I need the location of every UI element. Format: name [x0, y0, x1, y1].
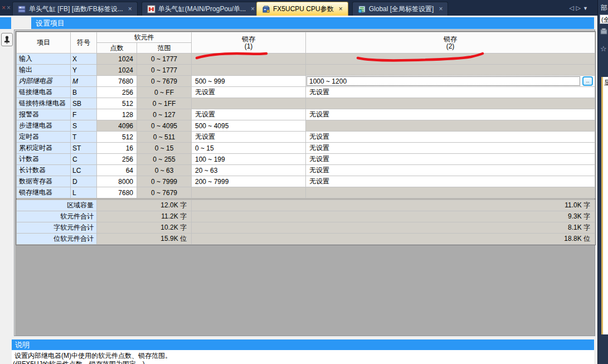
tab-cpu-parameter[interactable]: FX5UCPU CPU参数 ×: [256, 2, 348, 16]
panel-tab-display[interactable]: 显: [603, 77, 608, 87]
tab-global-labels[interactable]: Global [全局标签设置] ×: [352, 2, 449, 16]
points-cell: 1024: [97, 65, 137, 76]
points-cell[interactable]: 256: [97, 154, 137, 165]
device-symbol-cell: X: [71, 54, 97, 65]
points-cell[interactable]: 7680: [97, 76, 137, 87]
pin-panel-button[interactable]: [1, 33, 13, 46]
tab-list-dropdown-icon[interactable]: ▼: [583, 6, 590, 11]
latch1-cell[interactable]: 无设置: [192, 87, 306, 98]
device-name-cell: 链接特殊继电器: [17, 98, 71, 109]
latch2-cell[interactable]: 无设置: [306, 132, 595, 143]
latch2-cell[interactable]: 无设置: [306, 176, 595, 187]
latch1-cell[interactable]: 20 ~ 63: [192, 165, 306, 176]
summary-label-cell: 位软元件合计: [17, 234, 97, 245]
tab-scroll-right-icon[interactable]: ▷: [576, 4, 583, 11]
device-symbol-cell: D: [71, 176, 97, 187]
tab-fb-label-settings[interactable]: 单头气缸 [FB] [函数/FB标签设... ×: [12, 2, 138, 16]
device-name-cell: 链接继电器: [17, 87, 71, 98]
note-section-title: 说明: [12, 339, 594, 350]
points-cell[interactable]: 512: [97, 132, 137, 143]
tab-close-icon[interactable]: ×: [339, 5, 343, 13]
range-cell: 0 ~ FF: [137, 87, 192, 98]
points-cell[interactable]: 7680: [97, 187, 137, 198]
summary-label-cell: 区域容量: [17, 200, 97, 211]
left-dock-strip: [0, 16, 14, 364]
column-header-range: 范围: [137, 43, 192, 54]
latch-range-edit-input[interactable]: 1000 ~ 1200: [307, 76, 580, 86]
device-row-D: 数据寄存器D80000 ~ 7999200 ~ 7999无设置: [17, 176, 595, 187]
docked-panel-edge: [0, 17, 11, 29]
tab-scroll-left-icon[interactable]: ◁: [569, 4, 576, 11]
browse-button[interactable]: ..: [582, 76, 593, 86]
summary-latch-total-cell: 8.1K 字: [192, 222, 595, 234]
device-symbol-cell: LC: [71, 165, 97, 176]
points-cell[interactable]: 128: [97, 109, 137, 120]
latch2-cell[interactable]: 1000 ~ 1200..: [306, 76, 595, 87]
device-symbol-cell: B: [71, 87, 97, 98]
points-cell: 4096: [97, 120, 137, 132]
points-cell[interactable]: 8000: [97, 176, 137, 187]
range-cell: 0 ~ 63: [137, 165, 192, 176]
latch1-cell[interactable]: 无设置: [192, 109, 306, 120]
favorites-star-icon[interactable]: ☆: [600, 45, 607, 53]
device-symbol-cell: C: [71, 154, 97, 165]
element-selection-panel: 部 (全 ☆ 显: [597, 0, 608, 364]
global-label-icon: [358, 5, 366, 13]
column-header-symbol: 符号: [71, 32, 97, 54]
previous-tab-close-icon[interactable]: ×: [2, 4, 6, 12]
device-row-C: 计数器C2560 ~ 255100 ~ 199无设置: [17, 154, 595, 165]
device-latch-settings-table: 项目 符号 软元件 锁存(1) 锁存(2) 点数 范围 输入X10240 ~ 1…: [16, 32, 595, 245]
points-cell[interactable]: 16: [97, 143, 137, 154]
device-symbol-cell: T: [71, 132, 97, 143]
device-name-cell: 内部继电器: [17, 76, 71, 87]
latch1-cell[interactable]: 无设置: [192, 132, 306, 143]
device-symbol-cell: M: [71, 76, 97, 87]
device-symbol-cell: L: [71, 187, 97, 198]
latch2-cell[interactable]: 无设置: [306, 109, 595, 120]
latch2-cell[interactable]: 无设置: [306, 87, 595, 98]
device-name-cell: 锁存继电器: [17, 187, 71, 198]
summary-label-cell: 软元件合计: [17, 211, 97, 222]
latch1-cell: [192, 187, 306, 198]
summary-device-total-cell: 11.2K 字: [97, 211, 192, 222]
panel-filter-input[interactable]: (全: [600, 14, 608, 24]
device-row-X: 输入X10240 ~ 1777: [17, 54, 595, 65]
summary-row: 软元件合计11.2K 字9.3K 字: [17, 211, 595, 222]
latch2-cell: [306, 187, 595, 198]
range-cell: 0 ~ 1777: [137, 54, 192, 65]
latch1-cell[interactable]: 0 ~ 15: [192, 143, 306, 154]
latch2-cell[interactable]: 无设置: [306, 154, 595, 165]
device-name-cell: 数据寄存器: [17, 176, 71, 187]
latch2-cell[interactable]: 无设置: [306, 165, 595, 176]
device-name-cell: 报警器: [17, 109, 71, 120]
previous-tab-close-icon[interactable]: ×: [7, 4, 11, 12]
latch1-cell[interactable]: 200 ~ 7999: [192, 176, 306, 187]
summary-device-total-cell: 15.9K 位: [97, 234, 192, 245]
note-description: 设置内部继电器(M)中使用的软元件点数、锁存范围。 (但FX5UJ的软元件点数、…: [12, 350, 594, 364]
latch1-cell[interactable]: 500 ~ 4095: [192, 120, 306, 132]
tab-close-icon[interactable]: ×: [439, 5, 442, 13]
summary-device-total-cell: 10.2K 字: [97, 222, 192, 234]
tab-label: 单头气缸 [FB] [函数/FB标签设...: [29, 4, 123, 14]
points-cell[interactable]: 512: [97, 98, 137, 109]
device-name-cell: 输出: [17, 65, 71, 76]
note-line: 设置内部继电器(M)中使用的软元件点数、锁存范围。: [14, 352, 594, 360]
device-name-cell: 定时器: [17, 132, 71, 143]
panel-tool-icon[interactable]: [600, 28, 607, 35]
latch1-cell[interactable]: 100 ~ 199: [192, 154, 306, 165]
latch1-cell[interactable]: 500 ~ 999: [192, 76, 306, 87]
tab-close-icon[interactable]: ×: [128, 5, 132, 13]
device-row-ST: 累积定时器ST160 ~ 150 ~ 15无设置: [17, 143, 595, 154]
device-symbol-cell: S: [71, 120, 97, 132]
column-header-points: 点数: [97, 43, 137, 54]
range-cell: 0 ~ 1FF: [137, 98, 192, 109]
column-header-latch2: 锁存(2): [306, 32, 595, 54]
tab-main-progpou[interactable]: 单头气缸(MAIN/ProgPou/单... ×: [142, 2, 260, 16]
device-name-cell: 计数器: [17, 154, 71, 165]
latch2-cell[interactable]: 无设置: [306, 143, 595, 154]
points-cell[interactable]: 64: [97, 165, 137, 176]
latch2-cell: [306, 98, 595, 109]
tab-close-icon[interactable]: ×: [251, 5, 255, 13]
device-row-L: 锁存继电器L76800 ~ 7679: [17, 187, 595, 198]
points-cell[interactable]: 256: [97, 87, 137, 98]
